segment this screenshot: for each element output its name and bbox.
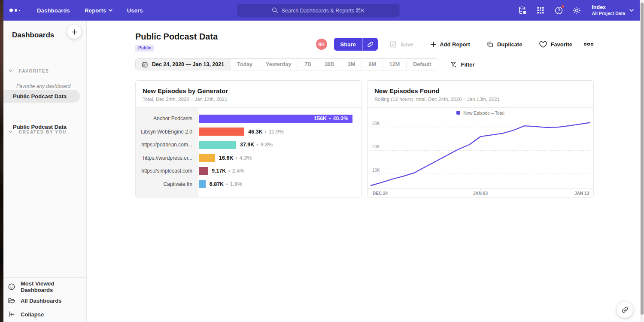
sidebar-title: Dashboards xyxy=(12,31,54,39)
bar-value-label: 16.6K•4.3% xyxy=(219,155,252,161)
card-subtitle: Rolling (12 hours), total, Dec 24th, 202… xyxy=(374,97,586,102)
favorite-button[interactable]: Favorite xyxy=(539,41,572,48)
date-preset-7d[interactable]: 7D xyxy=(298,59,318,70)
help-icon[interactable] xyxy=(554,6,563,15)
duplicate-button[interactable]: Duplicate xyxy=(486,41,522,48)
date-preset-6m[interactable]: 6M xyxy=(362,59,383,70)
share-link-button[interactable] xyxy=(362,38,378,51)
filter-funnel-icon xyxy=(450,61,457,68)
bar-row: https://podbean.com...37.9K•9.8% xyxy=(136,138,361,152)
date-preset-today[interactable]: Today xyxy=(231,59,259,70)
section-favorites[interactable]: FAVORITES xyxy=(19,69,49,73)
bar-value-label: 9.17K•2.4% xyxy=(212,168,244,174)
page-title: Public Podcast Data xyxy=(135,32,218,42)
chevron-down-icon xyxy=(109,9,112,12)
x-axis: DEC 24 JAN 03 JAN 13 xyxy=(368,188,593,197)
legend-label: New Episode – Total xyxy=(463,110,504,115)
add-report-button[interactable]: Add Report xyxy=(431,41,470,48)
bar-value-label: 46.3K•11.9% xyxy=(248,129,284,135)
line-chart: New Episode – Total 10K20K30K DEC 24 JAN… xyxy=(368,108,593,197)
bar-row: Captivate.fm6.87K•1.8% xyxy=(136,178,361,191)
most-viewed-dashboards-button[interactable]: Most Viewed Dashboards xyxy=(8,281,86,292)
scrollbar-thumb[interactable] xyxy=(641,3,644,315)
apps-grid-icon[interactable] xyxy=(536,6,545,15)
sidebar-item-public-podcast-data-2[interactable]: Public Podcast Data xyxy=(3,120,67,133)
date-preset-yesterday[interactable]: Yesterday xyxy=(259,59,298,70)
all-dashboards-button[interactable]: All Dashboards xyxy=(8,295,61,306)
x-tick-label: JAN 13 xyxy=(574,191,589,196)
link-icon xyxy=(621,306,629,313)
more-actions-button[interactable] xyxy=(583,43,594,46)
date-preset-30d[interactable]: 30D xyxy=(318,59,341,70)
date-preset-12m[interactable]: 12M xyxy=(383,59,407,70)
heart-icon xyxy=(539,41,547,48)
card-new-episodes-found: New Episodes Found Rolling (12 hours), t… xyxy=(367,80,594,197)
bar-category-label: Libsyn WebEngine 2.0 xyxy=(136,129,198,135)
favorites-empty-text: Favorite any dashboard xyxy=(16,83,70,89)
project-name: Index xyxy=(592,4,625,11)
search-input[interactable]: Search Dashboards & Reports ⌘K xyxy=(237,4,399,17)
x-tick-label: DEC 24 xyxy=(373,191,388,196)
app-logo-icon[interactable] xyxy=(9,9,27,12)
y-tick-label: 30K xyxy=(372,121,380,126)
page-scrollbar xyxy=(640,0,644,322)
main-content: Public Podcast Data Public RH Share Save… xyxy=(87,21,640,322)
y-tick-label: 20K xyxy=(372,144,380,149)
sidebar-item-public-podcast-data[interactable]: Public Podcast Data xyxy=(3,90,80,103)
bar-category-label: https://wordpress.or... xyxy=(136,155,198,161)
collapse-sidebar-button[interactable]: Collapse xyxy=(8,309,44,320)
save-button[interactable]: Save xyxy=(389,40,413,49)
notification-badge xyxy=(561,5,565,8)
chart-legend: New Episode – Total xyxy=(368,108,593,118)
bar-track: 37.9K•9.8% xyxy=(198,141,356,149)
project-selector[interactable]: Index All Project Data xyxy=(592,4,634,16)
bar-row: Anchor Podcasts156K•40.3% xyxy=(136,112,361,125)
bar-track: 16.6K•4.3% xyxy=(198,154,356,162)
bar: 156K•40.3% xyxy=(199,115,352,123)
bar-track: 6.87K•1.8% xyxy=(198,180,356,188)
sidebar: Dashboards FAVORITES Favorite any dashbo… xyxy=(3,21,87,322)
date-preset-3m[interactable]: 3M xyxy=(341,59,362,70)
bar-category-label: https://podbean.com... xyxy=(136,142,198,148)
line-chart-plot: 10K20K30K xyxy=(371,118,590,189)
nav-dashboards[interactable]: Dashboards xyxy=(37,7,70,14)
calendar-icon xyxy=(142,61,148,68)
search-placeholder: Search Dashboards & Reports ⌘K xyxy=(282,7,365,14)
nav-reports[interactable]: Reports xyxy=(85,7,112,14)
settings-icon[interactable] xyxy=(572,6,581,15)
copy-icon xyxy=(486,41,494,48)
bar-category-label: Captivate.fm xyxy=(136,181,198,187)
section-collapse-icon[interactable] xyxy=(9,70,12,72)
add-dashboard-button[interactable] xyxy=(67,25,81,39)
filter-button[interactable]: Filter xyxy=(450,61,475,68)
bar-category-label: Anchor Podcasts xyxy=(136,115,198,122)
share-button[interactable]: Share xyxy=(334,38,378,51)
floating-link-button[interactable] xyxy=(617,302,633,318)
link-icon xyxy=(367,41,374,48)
line-series-new-episode-total xyxy=(371,123,590,186)
card-new-episodes-by-generator: New Episodes by Generator Total, Dec 24t… xyxy=(135,80,362,197)
date-range-picker[interactable]: Dec 24, 2020 — Jan 13, 2021 xyxy=(136,59,231,70)
date-controls: Dec 24, 2020 — Jan 13, 2021 TodayYesterd… xyxy=(135,58,474,70)
x-tick-label: JAN 03 xyxy=(473,191,488,196)
bar-chart: Anchor Podcasts156K•40.3%Libsyn WebEngin… xyxy=(136,108,361,197)
plus-icon xyxy=(72,29,77,35)
card-subtitle: Total, Dec 24th, 2020 – Jan 13th, 2021 xyxy=(143,97,355,102)
bar-track: 9.17K•2.4% xyxy=(198,167,356,175)
legend-swatch xyxy=(456,111,460,115)
bar xyxy=(199,141,236,149)
nav-users[interactable]: Users xyxy=(127,7,143,14)
project-scope: All Project Data xyxy=(592,11,625,16)
bar xyxy=(199,180,206,188)
bar-track: 156K•40.3% xyxy=(198,115,356,123)
data-sources-icon[interactable] xyxy=(518,6,527,15)
chevron-down-icon xyxy=(629,9,634,12)
bar-row: https://wordpress.or...16.6K•4.3% xyxy=(136,152,361,165)
more-icon xyxy=(583,43,594,46)
collapse-icon xyxy=(8,310,15,318)
background-window-strip xyxy=(0,0,3,322)
date-preset-default[interactable]: Default xyxy=(407,59,437,70)
bar-row: https://simplecast.com9.17K•2.4% xyxy=(136,164,361,178)
visibility-badge: Public xyxy=(135,45,154,52)
avatar[interactable]: RH xyxy=(316,39,327,50)
